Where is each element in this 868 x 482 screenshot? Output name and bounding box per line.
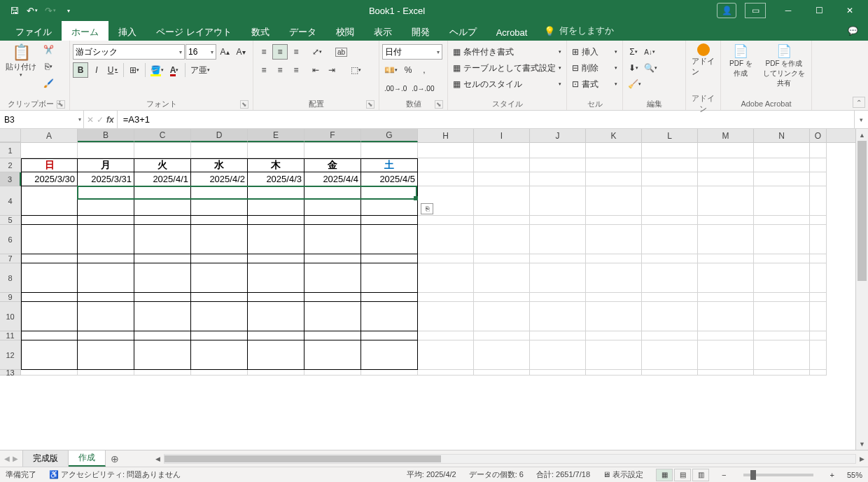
column-header-N[interactable]: N bbox=[754, 129, 810, 142]
cell-F6[interactable] bbox=[304, 225, 361, 254]
scroll-down-button[interactable]: ▼ bbox=[856, 438, 868, 450]
cell-J1[interactable] bbox=[530, 143, 586, 158]
cell-G8[interactable] bbox=[361, 263, 418, 293]
cell-K5[interactable] bbox=[586, 216, 642, 225]
conditional-formatting-button[interactable]: ▦ 条件付き書式 ▾ bbox=[451, 44, 564, 60]
align-middle-button[interactable]: ≡ bbox=[272, 44, 288, 60]
column-header-B[interactable]: B bbox=[78, 129, 134, 142]
cell-A9[interactable] bbox=[21, 293, 78, 302]
cell-K8[interactable] bbox=[586, 263, 642, 293]
cell-N7[interactable] bbox=[754, 254, 810, 263]
sort-filter-button[interactable]: A↓▾ bbox=[642, 44, 657, 60]
cell-H2[interactable] bbox=[418, 158, 474, 172]
page-break-view-button[interactable]: ▥ bbox=[692, 469, 709, 481]
cell-B1[interactable] bbox=[78, 143, 134, 158]
cell-O1[interactable] bbox=[810, 143, 827, 158]
cell-M6[interactable] bbox=[698, 225, 754, 254]
cell-K3[interactable] bbox=[586, 172, 642, 186]
cell-K12[interactable] bbox=[586, 340, 642, 370]
cell-A5[interactable] bbox=[21, 216, 78, 225]
addins-button[interactable]: アドイン bbox=[689, 42, 718, 78]
column-header-G[interactable]: G bbox=[361, 129, 418, 142]
sheet-tab-create[interactable]: 作成 bbox=[69, 450, 106, 467]
cell-O6[interactable] bbox=[810, 225, 827, 254]
column-header-J[interactable]: J bbox=[530, 129, 586, 142]
cell-D13[interactable] bbox=[191, 370, 248, 376]
underline-button[interactable]: U▾ bbox=[105, 62, 120, 78]
bold-button[interactable]: B bbox=[73, 62, 88, 78]
tab-help[interactable]: ヘルプ bbox=[440, 21, 486, 41]
font-dialog-launcher[interactable]: ⬊ bbox=[240, 100, 248, 109]
cell-L6[interactable] bbox=[642, 225, 698, 254]
insert-cells-button[interactable]: ⊞ 挿入 ▾ bbox=[570, 44, 620, 60]
row-header-13[interactable]: 13 bbox=[0, 370, 21, 376]
cell-C7[interactable] bbox=[134, 254, 191, 263]
undo-button[interactable]: ↶▾ bbox=[24, 2, 41, 19]
cell-H12[interactable] bbox=[418, 340, 474, 370]
cell-F12[interactable] bbox=[304, 340, 361, 370]
cell-G4[interactable] bbox=[361, 186, 418, 216]
row-header-11[interactable]: 11 bbox=[0, 331, 21, 340]
cell-G1[interactable] bbox=[361, 143, 418, 158]
cell-E7[interactable] bbox=[248, 254, 304, 263]
cell-K2[interactable] bbox=[586, 158, 642, 172]
cell-C1[interactable] bbox=[134, 143, 191, 158]
cell-J7[interactable] bbox=[530, 254, 586, 263]
cell-D5[interactable] bbox=[191, 216, 248, 225]
decrease-indent-button[interactable]: ⇤ bbox=[308, 62, 323, 78]
cell-E13[interactable] bbox=[248, 370, 304, 376]
cell-A6[interactable] bbox=[21, 225, 78, 254]
cell-J2[interactable] bbox=[530, 158, 586, 172]
new-sheet-button[interactable]: ⊕ bbox=[106, 450, 124, 467]
cell-L10[interactable] bbox=[642, 302, 698, 331]
cell-J8[interactable] bbox=[530, 263, 586, 293]
row-header-10[interactable]: 10 bbox=[0, 302, 21, 331]
cell-L7[interactable] bbox=[642, 254, 698, 263]
cell-N6[interactable] bbox=[754, 225, 810, 254]
cell-J11[interactable] bbox=[530, 331, 586, 340]
paste-button[interactable]: 📋 貼り付け ▾ bbox=[3, 42, 39, 79]
cell-I12[interactable] bbox=[474, 340, 530, 370]
close-button[interactable]: ✕ bbox=[836, 1, 864, 20]
column-header-H[interactable]: H bbox=[418, 129, 474, 142]
cell-D2[interactable]: 水 bbox=[191, 158, 248, 172]
cell-M10[interactable] bbox=[698, 302, 754, 331]
cell-J12[interactable] bbox=[530, 340, 586, 370]
cell-A3[interactable]: 2025/3/30 bbox=[21, 172, 78, 186]
scroll-right-button[interactable]: ▶ bbox=[856, 453, 868, 464]
cell-F9[interactable] bbox=[304, 293, 361, 302]
cell-D10[interactable] bbox=[191, 302, 248, 331]
cell-C4[interactable] bbox=[134, 186, 191, 216]
cell-I13[interactable] bbox=[474, 370, 530, 376]
cell-G13[interactable] bbox=[361, 370, 418, 376]
align-top-button[interactable]: ≡ bbox=[256, 44, 272, 60]
cell-M5[interactable] bbox=[698, 216, 754, 225]
cell-H3[interactable] bbox=[418, 172, 474, 186]
borders-button[interactable]: ⊞▾ bbox=[127, 62, 142, 78]
cell-G10[interactable] bbox=[361, 302, 418, 331]
row-header-5[interactable]: 5 bbox=[0, 216, 21, 225]
cell-L13[interactable] bbox=[642, 370, 698, 376]
cell-A13[interactable] bbox=[21, 370, 78, 376]
cell-J10[interactable] bbox=[530, 302, 586, 331]
cell-A7[interactable] bbox=[21, 254, 78, 263]
create-pdf-button[interactable]: 📄PDF を作成 bbox=[724, 42, 758, 80]
cancel-formula-button[interactable]: ✕ bbox=[87, 115, 94, 125]
cell-H6[interactable] bbox=[418, 225, 474, 254]
cell-F4[interactable] bbox=[304, 186, 361, 216]
cell-N13[interactable] bbox=[754, 370, 810, 376]
align-left-button[interactable]: ≡ bbox=[256, 62, 272, 78]
account-button[interactable]: 👤 bbox=[717, 3, 736, 18]
cell-F7[interactable] bbox=[304, 254, 361, 263]
scroll-left-button[interactable]: ◀ bbox=[152, 453, 164, 464]
enter-formula-button[interactable]: ✓ bbox=[97, 115, 104, 125]
cell-L8[interactable] bbox=[642, 263, 698, 293]
cell-F2[interactable]: 金 bbox=[304, 158, 361, 172]
align-center-button[interactable]: ≡ bbox=[272, 62, 288, 78]
cell-K10[interactable] bbox=[586, 302, 642, 331]
qat-customize[interactable]: ▾ bbox=[60, 2, 77, 19]
cell-J6[interactable] bbox=[530, 225, 586, 254]
format-cells-button[interactable]: ⊡ 書式 ▾ bbox=[570, 76, 620, 92]
vertical-scrollbar[interactable]: ▲ ▼ bbox=[855, 129, 868, 450]
wrap-text-button[interactable]: ab bbox=[333, 44, 349, 60]
